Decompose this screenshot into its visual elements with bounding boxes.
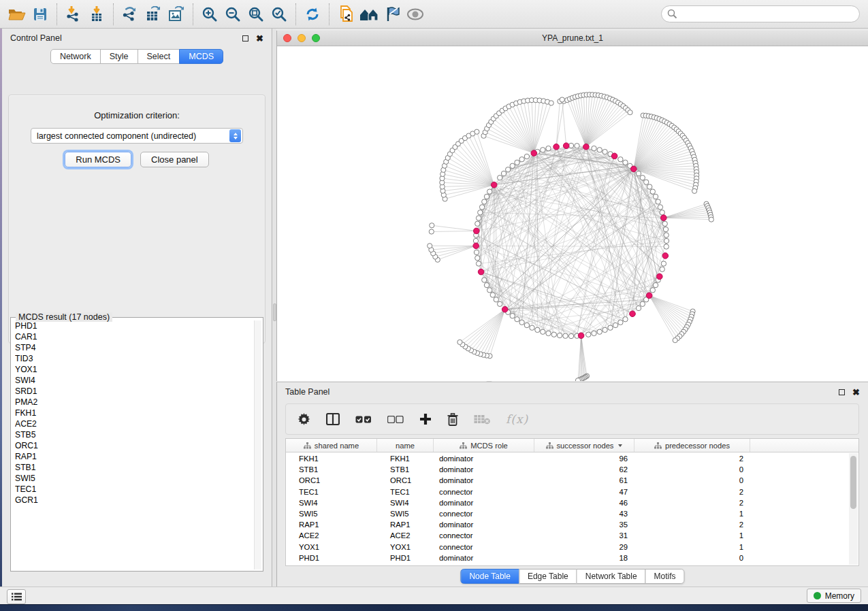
graph-node[interactable] bbox=[490, 293, 495, 297]
graph-mcds-node[interactable] bbox=[662, 253, 669, 259]
mcds-result-item[interactable]: STP4 bbox=[15, 342, 253, 353]
mcds-result-item[interactable]: ACE2 bbox=[15, 418, 253, 429]
graph-node[interactable] bbox=[613, 323, 617, 327]
graph-node[interactable] bbox=[608, 325, 613, 330]
mcds-result-item[interactable]: TEC1 bbox=[15, 484, 253, 495]
tab-select[interactable]: Select bbox=[138, 49, 180, 64]
graph-node[interactable] bbox=[546, 146, 551, 150]
mcds-result-list[interactable]: PHD1CAR1STP4TID3YOX1SWI4SRD1PMA2FKH1ACE2… bbox=[15, 320, 253, 569]
mcds-result-item[interactable]: SWI5 bbox=[15, 473, 253, 484]
graph-node[interactable] bbox=[519, 157, 524, 162]
graph-node[interactable] bbox=[623, 317, 628, 322]
graph-node[interactable] bbox=[575, 144, 579, 148]
graph-node[interactable] bbox=[640, 301, 645, 306]
graph-node[interactable] bbox=[653, 282, 658, 287]
close-table-panel-icon[interactable]: ✖ bbox=[852, 388, 860, 397]
graph-mcds-node[interactable] bbox=[631, 166, 637, 172]
zoom-fit-button[interactable] bbox=[244, 3, 268, 25]
graph-leaf-node[interactable] bbox=[428, 244, 432, 248]
graph-node[interactable] bbox=[535, 327, 540, 332]
run-mcds-button[interactable]: Run MCDS bbox=[65, 152, 131, 167]
table-row[interactable]: ORC1ORC1dominator610 bbox=[286, 475, 849, 486]
graph-mcds-node[interactable] bbox=[583, 144, 590, 150]
mcds-result-item[interactable]: RAP1 bbox=[15, 451, 253, 462]
mcds-result-scrollbar[interactable] bbox=[254, 320, 261, 569]
column-header-MCDS-role[interactable]: MCDS role bbox=[434, 439, 534, 452]
delete-column-button[interactable] bbox=[447, 413, 458, 426]
graph-node[interactable] bbox=[658, 205, 662, 210]
float-table-panel-icon[interactable] bbox=[839, 389, 845, 395]
graph-node[interactable] bbox=[479, 205, 484, 210]
tab-mcds[interactable]: MCDS bbox=[179, 49, 223, 64]
graph-node[interactable] bbox=[662, 221, 667, 226]
column-header-shared-name[interactable]: shared name bbox=[286, 439, 377, 452]
graph-leaf-node[interactable] bbox=[673, 338, 677, 343]
select-all-button[interactable] bbox=[355, 416, 372, 423]
graph-node[interactable] bbox=[660, 267, 664, 271]
graph-node[interactable] bbox=[647, 184, 652, 189]
graph-leaf-node[interactable] bbox=[628, 110, 632, 115]
graph-node[interactable] bbox=[510, 163, 515, 168]
table-row[interactable]: ACE2ACE2connector311 bbox=[286, 530, 849, 541]
graph-leaf-node[interactable] bbox=[692, 188, 697, 193]
maximize-window-icon[interactable] bbox=[312, 34, 320, 42]
graph-node[interactable] bbox=[524, 323, 529, 327]
tab-network-table[interactable]: Network Table bbox=[577, 569, 646, 584]
graph-leaf-node[interactable] bbox=[709, 217, 713, 222]
graph-mcds-node[interactable] bbox=[646, 293, 652, 299]
graph-mcds-node[interactable] bbox=[578, 333, 584, 339]
graph-leaf-node[interactable] bbox=[430, 223, 434, 228]
graph-node[interactable] bbox=[602, 149, 607, 154]
mcds-result-item[interactable]: PHD1 bbox=[15, 320, 253, 331]
graph-node[interactable] bbox=[494, 297, 498, 302]
graph-node[interactable] bbox=[474, 250, 479, 254]
copy-network-button[interactable] bbox=[334, 3, 357, 25]
export-image-button[interactable] bbox=[165, 3, 188, 25]
search-input[interactable] bbox=[677, 7, 859, 21]
graph-node[interactable] bbox=[653, 194, 658, 199]
graph-node[interactable] bbox=[546, 331, 551, 335]
graph-node[interactable] bbox=[541, 148, 545, 152]
deselect-all-button[interactable] bbox=[387, 416, 404, 423]
table-settings-button[interactable] bbox=[298, 413, 310, 426]
graph-mcds-node[interactable] bbox=[563, 143, 569, 149]
graph-node[interactable] bbox=[563, 333, 568, 338]
mcds-result-item[interactable]: ORC1 bbox=[15, 440, 253, 451]
graph-mcds-node[interactable] bbox=[491, 182, 497, 188]
memory-button[interactable]: Memory bbox=[807, 589, 861, 603]
graph-mcds-node[interactable] bbox=[611, 153, 617, 159]
graph-node[interactable] bbox=[663, 227, 668, 231]
open-file-button[interactable] bbox=[5, 3, 29, 25]
mcds-result-item[interactable]: STB1 bbox=[15, 462, 253, 473]
minimize-window-icon[interactable] bbox=[298, 34, 306, 42]
table-row[interactable]: PHD1PHD1dominator180 bbox=[286, 552, 849, 563]
export-table-button[interactable] bbox=[142, 3, 165, 25]
graph-node[interactable] bbox=[636, 171, 641, 176]
close-panel-button[interactable]: Close panel bbox=[140, 152, 209, 167]
graph-node[interactable] bbox=[482, 278, 487, 282]
graph-node[interactable] bbox=[618, 320, 623, 325]
table-row[interactable]: TEC1TEC1connector472 bbox=[286, 486, 849, 497]
graph-node[interactable] bbox=[476, 261, 481, 266]
graph-node[interactable] bbox=[592, 146, 596, 150]
close-panel-icon[interactable]: ✖ bbox=[256, 34, 263, 43]
zoom-selected-button[interactable] bbox=[268, 3, 291, 25]
mcds-result-item[interactable]: TID3 bbox=[15, 353, 253, 364]
table-row[interactable]: YOX1YOX1connector291 bbox=[286, 542, 849, 552]
graph-leaf-node[interactable] bbox=[429, 229, 434, 234]
mcds-result-item[interactable]: SWI4 bbox=[15, 375, 253, 386]
graph-node[interactable] bbox=[501, 171, 506, 176]
mcds-result-item[interactable]: YOX1 bbox=[15, 364, 253, 375]
tab-style[interactable]: Style bbox=[100, 49, 138, 64]
tab-edge-table[interactable]: Edge Table bbox=[519, 569, 577, 584]
graph-leaf-node[interactable] bbox=[475, 129, 479, 134]
graph-node[interactable] bbox=[515, 317, 519, 322]
graph-node[interactable] bbox=[592, 331, 596, 335]
mcds-result-item[interactable]: GCR1 bbox=[15, 495, 253, 506]
export-network-button[interactable] bbox=[118, 3, 142, 25]
graph-node[interactable] bbox=[515, 160, 519, 165]
graph-mcds-node[interactable] bbox=[474, 228, 480, 234]
graph-leaf-node[interactable] bbox=[560, 97, 564, 102]
graph-node[interactable] bbox=[524, 154, 529, 159]
flag-button[interactable] bbox=[381, 3, 404, 25]
